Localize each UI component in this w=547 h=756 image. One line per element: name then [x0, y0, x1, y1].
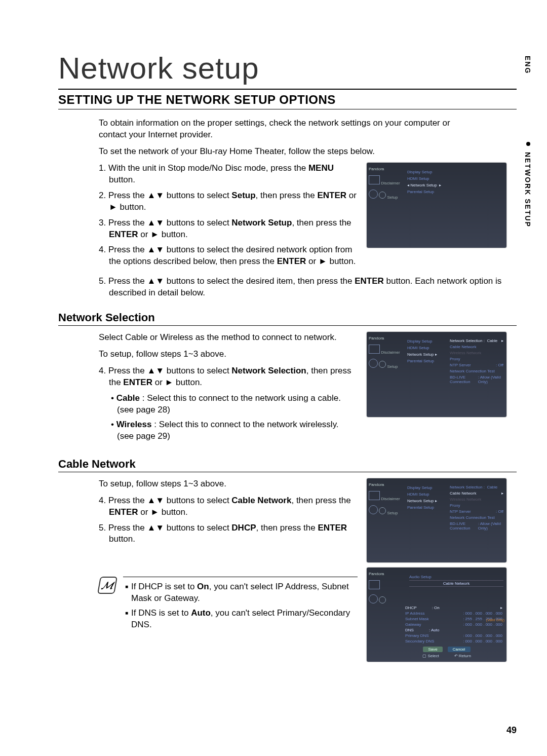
- sub1-bullet-wireless: • Wireless : Select this to connect to t…: [99, 419, 358, 442]
- intro-paragraph-1: To obtain information on the proper sett…: [99, 118, 468, 141]
- fig-row: Cable Network: [450, 345, 503, 349]
- fig-row: NTP Server: Off: [450, 363, 503, 367]
- fig-menu-display: Display Setup: [407, 170, 447, 174]
- text: or ► button.: [306, 256, 356, 266]
- text: or ► button.: [138, 230, 188, 239]
- sub1-p1: Select Cable or Wireless as the method t…: [99, 332, 358, 344]
- fig-row: BD-LIVE Connection: Allow (Valid Only): [450, 521, 503, 531]
- fig-sidebar-disclaimer: Disclaimer: [369, 489, 407, 501]
- fig-sidebar-disclaimer: Disclaimer: [369, 173, 407, 185]
- bold: ENTER: [355, 276, 384, 286]
- text: , then press the: [291, 496, 350, 505]
- text: 4. Press the ▲▼ buttons to select: [99, 496, 231, 505]
- fig-menu-display: Display Setup: [407, 339, 447, 344]
- fig-menu-hdmi: HDMI Setup: [407, 346, 447, 350]
- fig-menu-parental: Parental Setup: [407, 505, 447, 510]
- text: or ► button.: [138, 507, 188, 517]
- fig-row-network-selection: Network Selection : Cable: [450, 485, 503, 489]
- text: 3. Press the ▲▼ buttons to select: [99, 218, 231, 228]
- text: or ► button.: [152, 377, 202, 387]
- fig-sidebar-setup: Setup: [369, 503, 407, 515]
- subsection-network-selection-heading: Network Selection: [58, 311, 517, 324]
- fig-menu-display: Display Setup: [407, 485, 447, 490]
- figure-dhcp-settings: Pandora Audio Setup Cable Network DHCP: …: [367, 568, 506, 662]
- sub2-step-4: 4. Press the ▲▼ buttons to select Cable …: [99, 495, 358, 518]
- fig-row: Wireless Network: [450, 497, 503, 502]
- bold: ENTER: [317, 191, 346, 200]
- intro-paragraph-2: To set the network of your Blu-ray Home …: [99, 146, 468, 158]
- step-2: 2. Press the ▲▼ buttons to select Setup,…: [99, 190, 358, 213]
- fig-menu-hdmi: HDMI Setup: [407, 176, 447, 181]
- fig-sidebar-disclaimer: Disclaimer: [369, 343, 407, 355]
- fig-menu-parental: Parental Setup: [407, 359, 447, 363]
- fig-row: BD-LIVE Connection: Allow (Valid Only): [450, 375, 503, 384]
- iconrow: [369, 592, 406, 604]
- text: button.: [109, 175, 135, 184]
- bold: DHCP: [231, 523, 256, 533]
- fig-dhcp-row: DHCP: On▸: [405, 606, 502, 610]
- fig-dns-row: DNS: Auto: [405, 628, 502, 632]
- bold: Cable Network: [231, 496, 291, 505]
- fig-menu-hdmi: HDMI Setup: [407, 492, 447, 497]
- bold: Network Setup: [231, 218, 292, 228]
- bold: Network Selection: [231, 366, 306, 375]
- fig-row: Proxy: [450, 357, 503, 361]
- fig-menu-network: ◂ Network Setup ▸: [407, 183, 447, 187]
- text: 4. Press the ▲▼ buttons to select: [99, 366, 231, 375]
- fig-menu-network: Network Setup ▸: [407, 499, 447, 503]
- text: 5. Press the ▲▼ buttons to select: [99, 523, 231, 533]
- fig-sidebar-setup: Setup: [369, 187, 407, 200]
- section-heading: SETTING UP THE NETWORK SETUP OPTIONS: [58, 93, 517, 107]
- fig-menu-audio: Audio Setup: [409, 575, 503, 579]
- step-1: 1. With the unit in Stop mode/No Disc mo…: [99, 163, 358, 186]
- fig-header-cable-network: Cable Network: [409, 580, 503, 587]
- fig-brand: Pandora: [369, 572, 406, 576]
- fig-save-button: Save: [423, 647, 442, 652]
- fig-hint-select: ▢ Select: [422, 654, 439, 658]
- bold: ENTER: [318, 523, 347, 533]
- fig-menu-network: Network Setup ▸: [407, 352, 447, 357]
- fig-row: Network Connection Test: [450, 515, 503, 520]
- fig-primary-dns-row: Primary DNS: 000 . 000 . 000 . 000: [405, 633, 502, 638]
- rule: [58, 472, 517, 472]
- sub1-step-4: 4. Press the ▲▼ buttons to select Networ…: [99, 365, 358, 389]
- fig-hint-return: ↶ Return: [454, 654, 471, 658]
- fig-brand: Pandora: [369, 482, 407, 487]
- imgph: [369, 578, 406, 590]
- text: , then press the: [256, 191, 318, 200]
- page-number: 49: [506, 725, 517, 736]
- title-rule: [58, 89, 517, 90]
- bold: Cable: [116, 393, 140, 403]
- figure-network-selection: Pandora Disclaimer Setup Display Setup H…: [367, 332, 506, 417]
- text: 1. With the unit in Stop mode/No Disc mo…: [99, 163, 308, 173]
- sub2-step-5: 5. Press the ▲▼ buttons to select DHCP, …: [99, 522, 358, 546]
- fig-ip-row: IP Address: 000 . 000 . 000 . 000: [405, 611, 502, 616]
- text: , then press the: [292, 218, 351, 228]
- fig-row-network-selection: Network Selection : Cable▸: [450, 338, 503, 343]
- bold: ENTER: [109, 507, 138, 517]
- bold: ENTER: [277, 256, 306, 266]
- sub2-p1: To setup, follow steps 1~3 above.: [99, 478, 358, 490]
- text: 2. Press the ▲▼ buttons to select: [99, 191, 231, 200]
- figure-cable-network-menu: Pandora Disclaimer Setup Display Setup H…: [367, 478, 506, 562]
- section-rule: [58, 109, 517, 109]
- subsection-cable-network-heading: Cable Network: [58, 458, 517, 471]
- fig-brand: Pandora: [369, 336, 407, 341]
- note-item-2: ■If DNS is set to Auto, you can't select…: [123, 608, 358, 631]
- text: : Select this to connect to the network …: [117, 393, 341, 414]
- fig-row: Proxy: [450, 503, 503, 508]
- fig-brand: Pandora: [369, 167, 407, 171]
- bold: ENTER: [123, 377, 152, 387]
- fig-row: Network Connection Test: [450, 369, 503, 373]
- fig-cancel-button: Cancel: [448, 647, 471, 652]
- fig-row: NTP Server: Off: [450, 509, 503, 514]
- fig-sidebar-setup: Setup: [369, 357, 407, 369]
- text: 5. Press the ▲▼ buttons to select the de…: [99, 276, 355, 286]
- bold: ENTER: [109, 230, 138, 239]
- note-icon: 𝓜: [97, 577, 118, 594]
- bold: Setup: [231, 191, 255, 200]
- rule: [58, 325, 517, 326]
- fig-row: Wireless Network: [450, 351, 503, 355]
- step-5: 5. Press the ▲▼ buttons to select the de…: [99, 276, 517, 299]
- fig-secondary-dns-row: Secondary DNS: 000 . 000 . 000 . 000: [405, 639, 502, 644]
